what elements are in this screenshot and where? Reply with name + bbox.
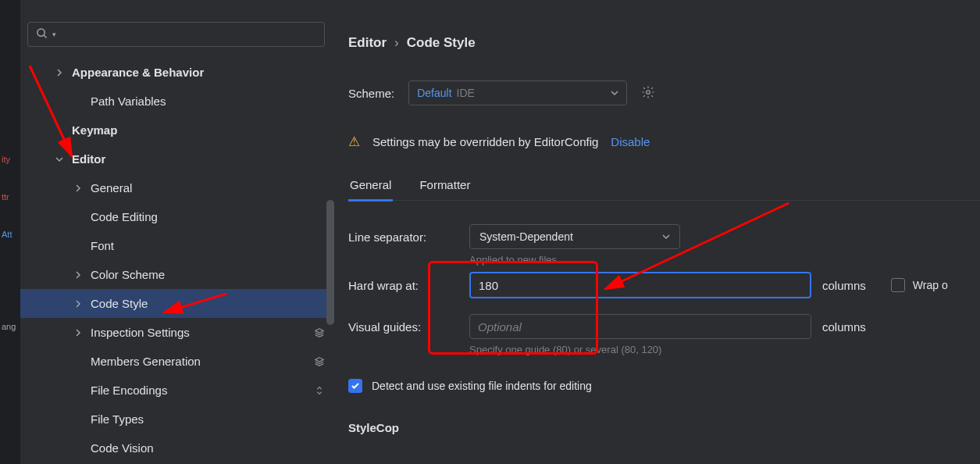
chevron-placeholder <box>73 241 83 251</box>
sidebar-item-label: File Encodings <box>91 384 167 397</box>
svg-point-2 <box>647 90 650 94</box>
sidebar-item-label: Color Scheme <box>91 268 165 281</box>
detect-indents-checkbox[interactable] <box>348 379 362 393</box>
sidebar-item-editor[interactable]: Editor <box>20 145 334 173</box>
sidebar-item-label: Inspection Settings <box>91 326 190 339</box>
sidebar-item-file-types[interactable]: File Types <box>20 405 334 434</box>
sidebar-item-label: Font <box>91 239 114 252</box>
search-input[interactable]: ▾ <box>27 22 325 47</box>
search-icon <box>36 27 48 41</box>
sidebar-item-members-generation[interactable]: Members Generation <box>20 347 334 376</box>
warning-icon: ⚠ <box>348 134 360 150</box>
sidebar-item-font[interactable]: Font <box>20 231 334 260</box>
stylecop-section: StyleCop <box>348 421 980 434</box>
visual-guides-hint: Specify one guide (80) or several (80, 1… <box>469 344 980 355</box>
visual-guides-label: Visual guides: <box>348 320 469 334</box>
svg-line-1 <box>44 35 46 37</box>
chevron-placeholder <box>73 357 83 366</box>
layers-icon <box>314 356 325 367</box>
sidebar-item-label: Appearance & Behavior <box>72 66 204 79</box>
chevron-down-icon <box>611 87 618 99</box>
chevron-right-icon: › <box>394 35 399 51</box>
visual-guides-input[interactable] <box>469 314 811 339</box>
hard-wrap-label: Hard wrap at: <box>348 279 469 292</box>
sidebar-item-code-vision[interactable]: Code Vision <box>20 434 334 462</box>
disable-link[interactable]: Disable <box>611 135 650 148</box>
settings-sidebar: ▾ Appearance & BehaviorPath VariablesKey… <box>20 0 334 464</box>
applied-hint: Applied to new files <box>469 254 980 266</box>
sidebar-item-label: Code Editing <box>91 210 158 223</box>
tab-general[interactable]: General <box>348 172 393 202</box>
sidebar-item-general[interactable]: General <box>20 173 334 202</box>
sidebar-item-code-style[interactable]: Code Style <box>20 289 334 318</box>
sidebar-item-label: File Types <box>91 412 144 426</box>
hard-wrap-input[interactable] <box>469 272 811 298</box>
warning-text: Settings may be overridden by EditorConf… <box>372 135 598 148</box>
chevron-right-icon[interactable] <box>73 299 83 309</box>
sidebar-item-code-editing[interactable]: Code Editing <box>20 202 334 231</box>
breadcrumb: Editor › Code Style <box>348 35 980 51</box>
chevron-down-icon <box>662 230 670 243</box>
wrap-on-typing-label: Wrap o <box>913 279 948 291</box>
tab-formatter[interactable]: Formatter <box>418 172 472 200</box>
sidebar-item-label: Code Style <box>91 297 148 310</box>
sidebar-item-label: General <box>91 181 132 195</box>
chevron-placeholder <box>73 415 83 424</box>
layers-icon <box>314 327 325 338</box>
chevron-placeholder <box>73 97 83 106</box>
chevron-right-icon[interactable] <box>73 184 83 193</box>
sidebar-item-appearance-behavior[interactable]: Appearance & Behavior <box>20 58 334 87</box>
sidebar-item-label: Path Variables <box>91 95 166 108</box>
scrollbar-thumb[interactable] <box>326 200 334 325</box>
scheme-select[interactable]: Default IDE <box>408 80 627 105</box>
chevron-right-icon[interactable] <box>55 68 64 77</box>
wrap-on-typing-checkbox[interactable] <box>891 278 905 292</box>
chevron-placeholder <box>55 126 64 135</box>
chevron-placeholder <box>73 444 83 453</box>
sidebar-item-file-encodings[interactable]: File Encodings <box>20 376 334 405</box>
columns-label-2: columns <box>822 320 866 334</box>
chevron-placeholder <box>73 212 83 222</box>
sidebar-item-keymap[interactable]: Keymap <box>20 116 334 145</box>
dropdown-chevron-icon: ▾ <box>52 30 56 38</box>
sidebar-item-inspection-settings[interactable]: Inspection Settings <box>20 318 334 347</box>
settings-content: Editor › Code Style Scheme: Default IDE … <box>348 0 980 464</box>
svg-point-0 <box>37 29 45 36</box>
detect-indents-label: Detect and use existing file indents for… <box>372 380 592 392</box>
columns-label-1: columns <box>822 279 866 292</box>
chevron-placeholder <box>73 386 83 395</box>
chevron-right-icon[interactable] <box>73 328 83 337</box>
sidebar-item-label: Keymap <box>72 123 117 137</box>
sidebar-item-label: Members Generation <box>91 355 201 368</box>
sidebar-item-path-variables[interactable]: Path Variables <box>20 87 334 116</box>
settings-tree[interactable]: Appearance & BehaviorPath VariablesKeyma… <box>20 58 334 464</box>
line-separator-select[interactable]: System-Dependent <box>469 224 680 249</box>
up-down-icon <box>314 385 325 396</box>
sidebar-item-label: Code Vision <box>91 441 154 455</box>
tabs: General Formatter <box>348 172 980 201</box>
line-separator-label: Line separator: <box>348 230 469 244</box>
editor-gutter: ity ttr Att ang <box>0 0 20 464</box>
gear-icon[interactable] <box>641 85 655 102</box>
scheme-label: Scheme: <box>348 87 394 100</box>
sidebar-scrollbar[interactable] <box>326 200 334 356</box>
sidebar-item-label: Editor <box>72 152 105 166</box>
sidebar-item-color-scheme[interactable]: Color Scheme <box>20 260 334 289</box>
chevron-right-icon[interactable] <box>73 270 83 280</box>
chevron-down-icon[interactable] <box>55 155 64 164</box>
